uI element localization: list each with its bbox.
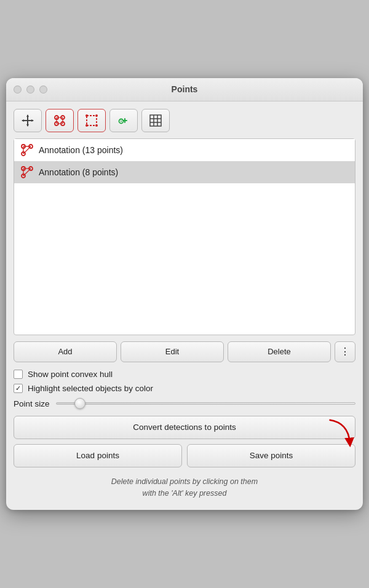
minimize-button[interactable] <box>26 85 34 93</box>
select-icon <box>85 114 98 127</box>
point-size-label: Point size <box>14 399 50 408</box>
toolbar <box>14 109 355 132</box>
save-points-button[interactable]: Save points <box>187 444 355 467</box>
convert-button[interactable]: Convert detections to points <box>14 416 355 439</box>
points-window: Points <box>6 78 363 511</box>
point-size-slider[interactable] <box>56 402 355 405</box>
convex-hull-label: Show point convex hull <box>28 370 113 379</box>
zoom-button[interactable] <box>39 85 47 93</box>
svg-point-16 <box>95 114 98 117</box>
action-bar: Add Edit Delete ⋮ <box>14 341 355 362</box>
points-icon <box>53 114 66 127</box>
close-button[interactable] <box>14 85 22 93</box>
delete-button[interactable]: Delete <box>228 341 331 362</box>
svg-marker-3 <box>26 124 29 127</box>
main-content: Annotation (13 points) Annotation (8 poi… <box>6 101 363 511</box>
edit-button[interactable]: Edit <box>121 341 224 362</box>
move-tool-button[interactable] <box>14 109 42 132</box>
select-tool-button[interactable] <box>77 109 106 132</box>
convex-hull-checkbox[interactable] <box>14 370 23 379</box>
svg-rect-14 <box>87 116 97 125</box>
grid-icon <box>149 114 162 127</box>
highlight-checkbox[interactable] <box>14 384 23 393</box>
load-points-button[interactable]: Load points <box>14 444 182 467</box>
annotation-icon <box>20 143 34 157</box>
list-item[interactable]: Annotation (8 points) <box>14 161 355 183</box>
annotation-icon <box>20 165 34 179</box>
highlight-label: Highlight selected objects by color <box>28 384 153 393</box>
grid-tool-button[interactable] <box>141 109 170 132</box>
svg-point-20 <box>121 121 122 122</box>
svg-point-15 <box>85 114 88 117</box>
svg-point-18 <box>95 124 98 127</box>
point-size-row: Point size <box>14 399 355 408</box>
svg-marker-2 <box>26 114 29 117</box>
titlebar: Points <box>6 78 363 101</box>
options-area: Show point convex hull Highlight selecte… <box>14 370 355 393</box>
move-icon <box>21 114 34 127</box>
more-button[interactable]: ⋮ <box>335 341 355 362</box>
add-button[interactable]: Add <box>14 341 117 362</box>
slider-thumb[interactable] <box>74 398 85 409</box>
annotation-label: Annotation (13 points) <box>39 145 123 155</box>
add-point-tool-button[interactable] <box>109 109 138 132</box>
annotation-label: Annotation (8 points) <box>39 167 118 177</box>
points-tool-button[interactable] <box>46 109 74 132</box>
load-save-row: Load points Save points <box>14 444 355 467</box>
svg-point-17 <box>85 124 88 127</box>
svg-marker-5 <box>31 119 34 122</box>
highlight-row: Highlight selected objects by color <box>14 384 355 393</box>
annotation-list: Annotation (13 points) Annotation (8 poi… <box>14 138 355 335</box>
svg-rect-27 <box>150 115 161 126</box>
convex-hull-row: Show point convex hull <box>14 370 355 379</box>
svg-rect-22 <box>122 120 127 121</box>
traffic-lights <box>14 85 47 93</box>
add-point-icon <box>117 114 130 127</box>
window-title: Points <box>172 84 198 94</box>
list-item[interactable]: Annotation (13 points) <box>14 139 355 161</box>
svg-marker-4 <box>22 119 24 122</box>
footer-text: Delete individual points by clicking on … <box>14 474 355 503</box>
footer-line1: Delete individual points by clicking on … <box>111 477 258 486</box>
footer-line2: with the 'Alt' key pressed <box>143 489 227 498</box>
